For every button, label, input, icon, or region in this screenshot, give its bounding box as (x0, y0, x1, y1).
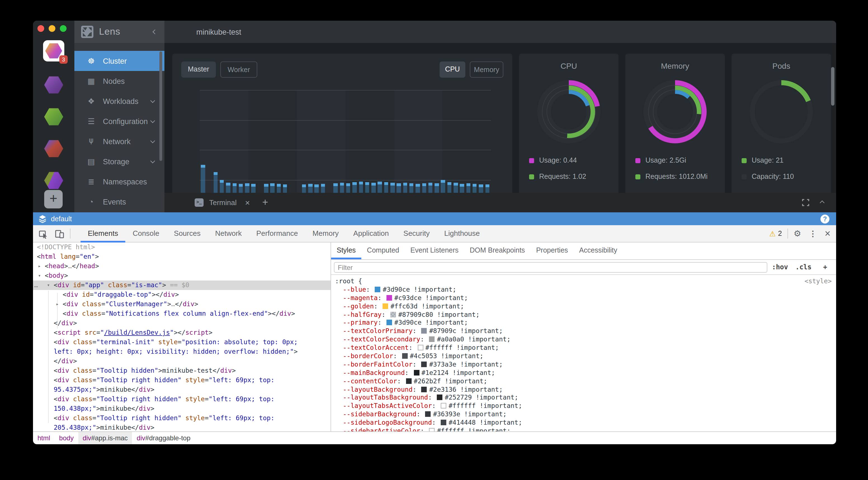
expand-arrow-open-icon[interactable]: ▾ (47, 280, 50, 290)
sidebar-item-cluster[interactable]: ☸Cluster (74, 51, 164, 71)
elements-tree-row[interactable]: <!DOCTYPE html> (33, 242, 331, 252)
color-swatch[interactable] (383, 303, 389, 309)
color-swatch[interactable] (402, 353, 408, 359)
kebab-menu-icon[interactable]: ⋮ (809, 229, 817, 238)
close-window-button[interactable] (37, 25, 44, 32)
sidebar-item-nodes[interactable]: ▦Nodes (74, 71, 164, 91)
elements-tree-row[interactable]: ▸<head>…</head> (33, 262, 331, 271)
css-property-row[interactable]: --sidebarActiveColor: #ffffff !important… (335, 427, 836, 432)
color-swatch[interactable] (406, 378, 412, 384)
elements-tree-row[interactable]: <html lang="en"> (33, 252, 331, 262)
color-swatch[interactable] (375, 287, 380, 292)
style-tag-source[interactable]: <style> (805, 277, 832, 285)
sidebar-item-network[interactable]: ⋔Network (74, 131, 164, 151)
metric-cpu-button[interactable]: CPU (440, 62, 465, 78)
sidebar-item-namespaces[interactable]: ≣Namespaces (74, 172, 164, 192)
devtools-tab-console[interactable]: Console (125, 225, 166, 242)
terminal-close-icon[interactable]: × (245, 198, 250, 207)
sidebar-scrollbar[interactable] (159, 52, 162, 161)
chevron-down-icon[interactable] (150, 98, 155, 103)
color-swatch[interactable] (391, 311, 396, 317)
breadcrumb-item[interactable]: html (33, 432, 55, 444)
device-toolbar-icon[interactable] (55, 229, 64, 238)
toggle-hover-state-button[interactable]: :hov (772, 263, 788, 271)
css-property-row[interactable]: --golden: #ffc63d !important; (335, 302, 836, 310)
chevron-down-icon[interactable] (150, 139, 155, 143)
gear-icon[interactable]: ⚙ (794, 229, 801, 239)
css-property-row[interactable]: --sidebarLogoBackground: #414448 !import… (335, 418, 836, 427)
toggle-class-button[interactable]: .cls (795, 263, 811, 271)
elements-tree-row[interactable]: 150.438px;">minikube</div> (33, 404, 331, 413)
sidebar-item-events[interactable]: ◔Events (74, 192, 164, 212)
devtools-tab-application[interactable]: Application (346, 225, 396, 242)
sidebar-item-storage[interactable]: ▤Storage (74, 151, 164, 172)
devtools-tab-sources[interactable]: Sources (167, 225, 208, 242)
styles-filter-input[interactable] (334, 262, 767, 273)
styles-pane-tab-event-listeners[interactable]: Event Listeners (405, 242, 464, 259)
elements-tree-row[interactable]: <script src="/build/LensDev.js"></script… (33, 328, 331, 338)
color-swatch[interactable] (386, 320, 392, 325)
css-property-row[interactable]: --borderFaintColor: #373a3e !important; (335, 361, 836, 369)
terminal-new-tab-icon[interactable]: + (262, 197, 268, 208)
color-swatch[interactable] (413, 370, 419, 376)
css-property-row[interactable]: --magenta: #c93dce !important; (335, 294, 836, 302)
styles-pane-tab-dom-breakpoints[interactable]: DOM Breakpoints (464, 242, 530, 259)
css-property-row[interactable]: --textColorSecondary: #a0a0a0 !important… (335, 335, 836, 344)
devtools-tab-elements[interactable]: Elements (81, 225, 125, 242)
elements-tree-row[interactable]: …▾<div id="app" class="is-mac"> == $0 (33, 280, 331, 290)
styles-pane-tab-properties[interactable]: Properties (530, 242, 574, 259)
elements-tree-row[interactable]: left: 0px; height: 0px; visibility: hidd… (33, 347, 331, 356)
expand-arrow-closed-icon[interactable]: ▸ (38, 262, 41, 271)
zoom-window-button[interactable] (60, 25, 67, 32)
node-filter-worker-button[interactable]: Worker (220, 62, 257, 78)
devtools-tab-network[interactable]: Network (208, 225, 249, 242)
breadcrumb-item[interactable]: div#app.is-mac (78, 432, 132, 444)
color-swatch[interactable] (441, 420, 446, 425)
elements-tree-row[interactable]: </div> (33, 356, 331, 366)
metric-memory-button[interactable]: Memory (470, 62, 503, 78)
elements-tree-row[interactable]: <div class="Tooltip hidden">minikube-tes… (33, 366, 331, 376)
gutter-ellipsis[interactable]: … (34, 280, 38, 290)
css-selector[interactable]: :root {<style> (335, 277, 836, 285)
sidebar-item-configuration[interactable]: ☰Configuration (74, 111, 164, 131)
cluster-icon[interactable] (43, 138, 64, 159)
warning-count[interactable]: 2 (778, 230, 782, 238)
chevron-down-icon[interactable] (150, 159, 155, 164)
cluster-icon[interactable]: 3 (43, 40, 64, 62)
elements-tree-row[interactable]: </div> (33, 318, 331, 328)
devtools-tab-security[interactable]: Security (396, 225, 437, 242)
elements-tree-row[interactable]: ▸<div class="ClusterManager">…</div> (33, 300, 331, 309)
help-button[interactable]: ? (820, 214, 829, 223)
elements-tree-row[interactable]: <div class="Notifications flex column al… (33, 309, 331, 318)
elements-tree-row[interactable]: ▾<body> (33, 271, 331, 280)
cluster-icon[interactable] (43, 106, 64, 127)
color-swatch[interactable] (425, 412, 431, 417)
css-property-row[interactable]: --borderColor: #4c5053 !important; (335, 352, 836, 361)
elements-tree-row[interactable]: <div id="draggable-top"></div> (33, 290, 331, 300)
color-swatch[interactable] (429, 428, 435, 432)
elements-tree-row[interactable]: <div class="Tooltip right hidden" style=… (33, 376, 331, 385)
color-swatch[interactable] (386, 295, 392, 301)
breadcrumb-item[interactable]: body (55, 432, 78, 444)
chevron-down-icon[interactable] (150, 118, 155, 123)
styles-pane-tab-styles[interactable]: Styles (331, 242, 361, 259)
css-property-row[interactable]: --primary: #3d90ce !important; (335, 319, 836, 327)
css-property-row[interactable]: --halfGray: #87909c80 !important; (335, 310, 836, 319)
color-swatch[interactable] (422, 386, 427, 392)
sidebar-collapse-icon[interactable] (153, 30, 157, 34)
css-property-row[interactable]: --sidebarBackground: #36393e !important; (335, 410, 836, 419)
elements-tree-row[interactable]: 205.438px;">minikube</div> (33, 423, 331, 432)
css-property-row[interactable]: --layoutBackground: #2e3136 !important; (335, 385, 836, 394)
cluster-icon[interactable] (43, 74, 64, 96)
terminal-collapse-icon[interactable] (820, 200, 825, 205)
color-swatch[interactable] (429, 336, 435, 342)
color-swatch[interactable] (441, 403, 446, 409)
elements-tree-row[interactable]: <div class="Tooltip right hidden" style=… (33, 413, 331, 423)
cluster-icon[interactable] (43, 170, 64, 191)
inspect-element-icon[interactable] (39, 229, 48, 238)
css-property-row[interactable]: --contentColor: #262b2f !important; (335, 377, 836, 385)
elements-tree-row[interactable]: <div class="terminal-init" style="positi… (33, 338, 331, 347)
css-property-row[interactable]: --layoutTabsActiveColor: #ffffff !import… (335, 402, 836, 410)
sidebar-item-workloads[interactable]: ❖Workloads (74, 91, 164, 111)
breadcrumb-item[interactable]: div#draggable-top (132, 432, 195, 444)
